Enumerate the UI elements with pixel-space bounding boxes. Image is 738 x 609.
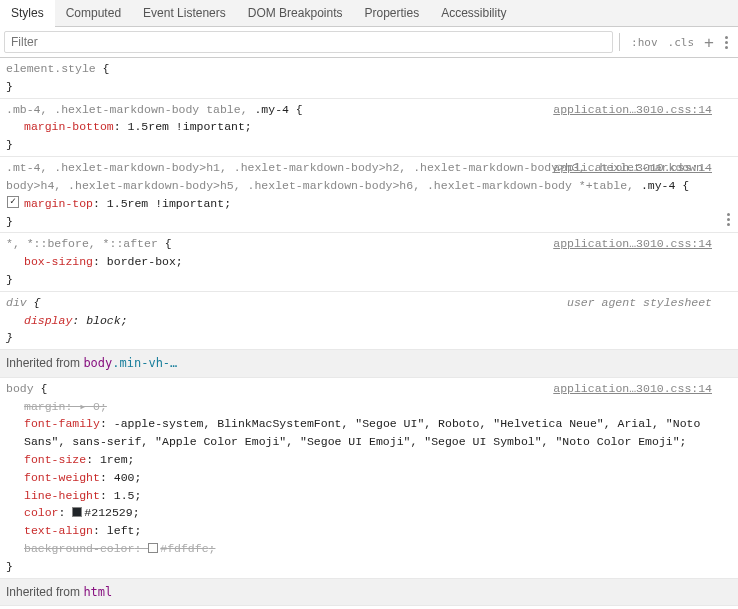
color-swatch[interactable] bbox=[72, 507, 82, 517]
declaration[interactable]: box-sizing: border-box; bbox=[24, 253, 712, 271]
declaration[interactable]: font-size: 1rem; bbox=[24, 451, 712, 469]
selector: *, *::before, *::after bbox=[6, 237, 158, 250]
styles-toolbar: :hov .cls + bbox=[0, 27, 738, 58]
declaration[interactable]: color: #212529; bbox=[24, 504, 712, 522]
new-style-rule-button[interactable]: + bbox=[699, 34, 719, 51]
declaration[interactable]: margin-bottom: 1.5rem !important; bbox=[24, 118, 712, 136]
mb-rule[interactable]: application…3010.css:14 .mb-4, .hexlet-m… bbox=[0, 99, 738, 157]
source-link[interactable]: application…3010.css:14 bbox=[553, 101, 712, 119]
declaration[interactable]: line-height: 1.5; bbox=[24, 487, 712, 505]
mt-rule[interactable]: application…3010.css:14 .mt-4, .hexlet-m… bbox=[0, 157, 738, 233]
star-rule[interactable]: application…3010.css:14 *, *::before, *:… bbox=[0, 233, 738, 291]
tab-styles[interactable]: Styles bbox=[0, 0, 55, 27]
styles-pane[interactable]: element.style { } application…3010.css:1… bbox=[0, 58, 738, 609]
more-actions-icon[interactable] bbox=[727, 213, 730, 226]
declaration[interactable]: text-align: left; bbox=[24, 522, 712, 540]
source-link[interactable]: application…3010.css:14 bbox=[553, 159, 712, 177]
inherited-from-html: Inherited from html bbox=[0, 579, 738, 607]
tab-dom-breakpoints[interactable]: DOM Breakpoints bbox=[237, 0, 354, 26]
element-style-rule[interactable]: element.style { } bbox=[0, 58, 738, 99]
more-actions-icon[interactable] bbox=[719, 32, 734, 53]
tab-accessibility[interactable]: Accessibility bbox=[430, 0, 517, 26]
cls-toggle[interactable]: .cls bbox=[663, 34, 700, 51]
source-link[interactable]: application…3010.css:14 bbox=[553, 380, 712, 398]
tab-event-listeners[interactable]: Event Listeners bbox=[132, 0, 237, 26]
declaration[interactable]: font-weight: 400; bbox=[24, 469, 712, 487]
declaration: display: block; bbox=[24, 312, 712, 330]
div-ua-rule[interactable]: user agent stylesheet div { display: blo… bbox=[0, 292, 738, 350]
pane-tabs: Styles Computed Event Listeners DOM Brea… bbox=[0, 0, 738, 27]
selector: .mb-4, .hexlet-markdown-body table, .my-… bbox=[6, 103, 289, 116]
filter-input[interactable] bbox=[4, 31, 613, 53]
selector: div bbox=[6, 296, 27, 309]
body-rule[interactable]: application…3010.css:14 body { margin: ▸… bbox=[0, 378, 738, 579]
declaration-overridden[interactable]: background-color: #fdfdfc; bbox=[24, 540, 712, 558]
selector: element.style bbox=[6, 62, 96, 75]
hov-toggle[interactable]: :hov bbox=[626, 34, 663, 51]
selector: body bbox=[6, 382, 34, 395]
tab-properties[interactable]: Properties bbox=[353, 0, 430, 26]
toolbar-separator bbox=[619, 33, 620, 51]
color-swatch[interactable] bbox=[148, 543, 158, 553]
source-link[interactable]: application…3010.css:14 bbox=[553, 235, 712, 253]
inherited-from-body: Inherited from body.min-vh-… bbox=[0, 350, 738, 378]
tab-computed[interactable]: Computed bbox=[55, 0, 132, 26]
user-agent-label: user agent stylesheet bbox=[567, 294, 712, 312]
declaration[interactable]: font-family: -apple-system, BlinkMacSyst… bbox=[24, 415, 712, 451]
declaration[interactable]: ✓ margin-top: 1.5rem !important; bbox=[24, 195, 712, 213]
toggle-checkbox[interactable]: ✓ bbox=[7, 196, 19, 208]
declaration-overridden[interactable]: margin: ▸ 0; bbox=[24, 398, 712, 416]
